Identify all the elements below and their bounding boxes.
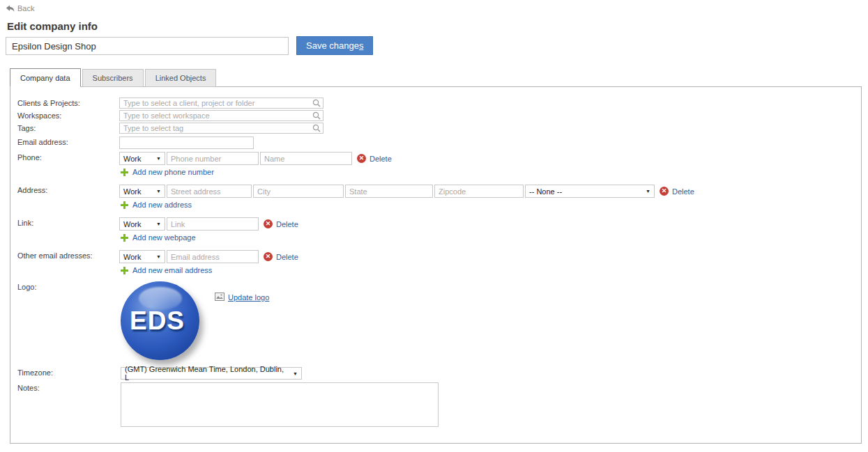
delete-icon: ✕: [357, 154, 366, 163]
back-label: Back: [17, 4, 34, 13]
row-clients-projects: Clients & Projects:: [10, 98, 861, 109]
search-icon: [312, 111, 321, 121]
email-input[interactable]: [119, 137, 254, 149]
timezone-label: Timezone:: [10, 367, 119, 377]
row-logo: Logo: EDS Update logo: [10, 281, 861, 360]
address-delete-link[interactable]: ✕ Delete: [660, 187, 694, 196]
row-tags: Tags:: [10, 123, 861, 134]
tab-bar: Company data Subscribers Linked Objects: [10, 68, 218, 87]
clients-projects-label: Clients & Projects:: [10, 98, 119, 107]
street-address-input[interactable]: [167, 185, 252, 198]
row-other-emails: Other email adresses: Work ✕ Delete: [10, 250, 861, 263]
plus-icon: [121, 201, 128, 209]
country-select[interactable]: -- None --: [525, 185, 655, 198]
page-title: Edit company info: [7, 20, 98, 32]
city-input[interactable]: [253, 185, 344, 198]
add-email-link[interactable]: Add new email address: [121, 266, 212, 274]
search-icon: [312, 99, 321, 109]
image-icon: [215, 293, 224, 302]
plus-icon: [121, 169, 128, 176]
back-arrow-icon: [6, 5, 15, 13]
row-timezone: Timezone: (GMT) Greenwich Mean Time, Lon…: [10, 367, 861, 380]
other-email-input[interactable]: [167, 250, 259, 263]
link-label: Link:: [10, 217, 119, 227]
row-address: Address: Work -- None -- ✕ Delete: [10, 185, 861, 198]
link-delete-link[interactable]: ✕ Delete: [264, 219, 298, 228]
row-workspaces: Workspaces:: [10, 110, 861, 121]
phone-number-input[interactable]: [167, 152, 259, 165]
other-emails-label: Other email adresses:: [10, 250, 119, 260]
delete-icon: ✕: [264, 219, 273, 228]
logo-text: EDS: [121, 306, 194, 336]
tab-linked-objects[interactable]: Linked Objects: [145, 69, 217, 87]
address-label: Address:: [10, 185, 119, 194]
zipcode-input[interactable]: [434, 185, 524, 198]
row-notes: Notes:: [10, 382, 861, 427]
address-type-select[interactable]: Work: [119, 185, 165, 198]
row-phone: Phone: Work ✕ Delete: [10, 152, 861, 165]
tab-company-data[interactable]: Company data: [10, 68, 81, 87]
search-icon: [312, 124, 321, 134]
row-link: Link: Work ✕ Delete: [10, 217, 861, 231]
plus-icon: [121, 267, 128, 274]
logo-label: Logo:: [10, 281, 119, 291]
timezone-select[interactable]: (GMT) Greenwich Mean Time, London, Dubli…: [121, 367, 302, 380]
link-input[interactable]: [167, 217, 259, 231]
workspaces-label: Workspaces:: [10, 110, 119, 120]
company-logo: EDS: [121, 281, 199, 360]
phone-name-input[interactable]: [260, 152, 352, 165]
phone-type-select[interactable]: Work: [119, 152, 165, 165]
notes-label: Notes:: [10, 382, 119, 392]
company-data-panel: Clients & Projects: Workspaces: Tags:: [10, 86, 862, 444]
phone-label: Phone:: [10, 152, 119, 162]
clients-projects-input[interactable]: [119, 98, 323, 109]
row-add-phone: Add new phone number: [10, 168, 861, 178]
tags-label: Tags:: [10, 123, 119, 132]
phone-delete-link[interactable]: ✕ Delete: [357, 154, 392, 163]
email-label: Email address:: [10, 137, 119, 146]
company-name-input[interactable]: [6, 37, 289, 55]
save-changes-button[interactable]: Save changes: [296, 36, 373, 55]
plus-icon: [121, 234, 128, 242]
delete-icon: ✕: [660, 187, 669, 196]
state-input[interactable]: [345, 185, 433, 198]
workspaces-input[interactable]: [119, 110, 323, 121]
back-link[interactable]: Back: [6, 4, 34, 13]
notes-textarea[interactable]: [121, 382, 439, 427]
other-email-type-select[interactable]: Work: [119, 250, 165, 263]
add-address-link[interactable]: Add new address: [121, 201, 192, 209]
tab-subscribers[interactable]: Subscribers: [82, 69, 144, 87]
row-add-email: Add new email address: [10, 266, 861, 276]
delete-icon: ✕: [264, 252, 273, 261]
row-add-address: Add new address: [10, 201, 861, 211]
other-email-delete-link[interactable]: ✕ Delete: [264, 252, 298, 261]
row-add-webpage: Add new webpage: [10, 233, 861, 244]
row-email: Email address:: [10, 137, 861, 149]
add-phone-link[interactable]: Add new phone number: [121, 168, 214, 176]
add-webpage-link[interactable]: Add new webpage: [121, 233, 196, 242]
update-logo-link[interactable]: Update logo: [215, 293, 269, 302]
link-type-select[interactable]: Work: [119, 217, 165, 231]
tags-input[interactable]: [119, 123, 323, 134]
